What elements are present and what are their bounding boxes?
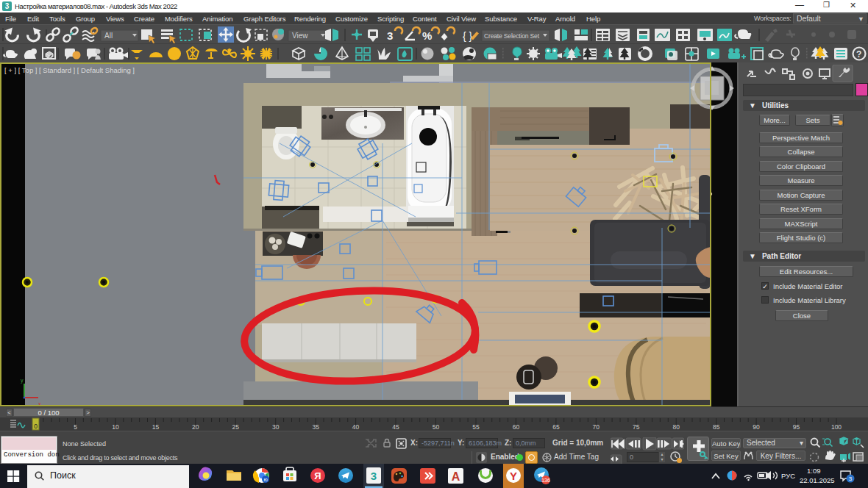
svg-text:70: 70 [593, 423, 600, 431]
svg-text:60: 60 [513, 423, 520, 431]
svg-text:25: 25 [232, 423, 239, 431]
svg-text:136: 136 [541, 478, 550, 483]
svg-text:?: ? [856, 49, 861, 60]
svg-text:50: 50 [433, 423, 440, 431]
svg-text:5: 5 [74, 423, 77, 431]
svg-text:3: 3 [371, 470, 377, 482]
svg-text:85: 85 [713, 423, 720, 431]
svg-text:10: 10 [112, 423, 119, 431]
svg-text:90: 90 [753, 423, 760, 431]
svg-text:Y: Y [510, 470, 517, 482]
svg-text:65: 65 [552, 423, 560, 431]
svg-text:3: 3 [849, 476, 853, 482]
svg-text:100: 100 [831, 423, 842, 431]
svg-text:75: 75 [633, 423, 640, 431]
svg-text:55: 55 [472, 423, 480, 431]
svg-text:3: 3 [5, 2, 10, 10]
svg-text:[ + ] [ Top ] [ Standard ] [ D: [ + ] [ Top ] [ Standard ] [ Default Sha… [4, 66, 135, 74]
svg-text:20: 20 [192, 423, 199, 431]
svg-text:View: View [292, 32, 308, 40]
svg-text:y: y [21, 378, 24, 384]
svg-text:Я: Я [314, 470, 321, 481]
svg-text:All: All [104, 32, 113, 40]
svg-text:40: 40 [352, 423, 360, 431]
svg-text:Create Selection Set: Create Selection Set [484, 32, 540, 40]
svg-text:30: 30 [272, 423, 280, 431]
svg-text:{ }: { } [463, 30, 473, 42]
svg-text:15: 15 [152, 423, 160, 431]
svg-text:35: 35 [312, 423, 319, 431]
svg-text:80: 80 [672, 423, 680, 431]
svg-text:A: A [452, 470, 460, 483]
svg-text:3: 3 [387, 29, 393, 42]
svg-text:%: % [422, 29, 432, 42]
svg-text:95: 95 [793, 423, 800, 431]
svg-text:45: 45 [392, 423, 399, 431]
svg-text:ю: ю [263, 477, 267, 482]
svg-text:0: 0 [34, 423, 38, 430]
